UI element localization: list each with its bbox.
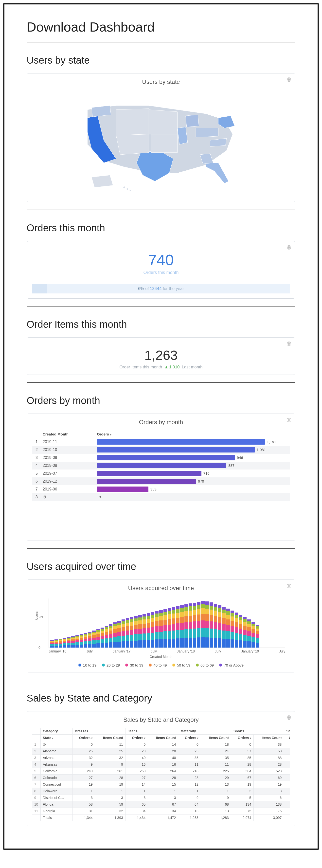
chart-bar[interactable] xyxy=(84,633,87,648)
table-row[interactable]: 9District of C…33339956 xyxy=(32,794,290,801)
chart-bar[interactable] xyxy=(130,617,133,648)
col-orders[interactable]: Orders xyxy=(94,430,290,438)
legend-item[interactable]: 20 to 29 xyxy=(102,663,120,667)
chart-bar[interactable] xyxy=(105,626,108,648)
chart-bar[interactable] xyxy=(180,605,184,648)
chart-bar[interactable] xyxy=(151,612,154,648)
chart-bar[interactable] xyxy=(159,610,163,648)
globe-icon[interactable] xyxy=(286,245,292,250)
legend-item[interactable]: 10 to 19 xyxy=(78,663,96,667)
col-dresses[interactable]: Dresses xyxy=(72,728,125,734)
legend-item[interactable]: 60 to 69 xyxy=(196,663,214,667)
table-row[interactable]: 11Georgia3132343413137576 xyxy=(32,808,290,814)
chart-bar[interactable] xyxy=(197,602,200,648)
chart-bar[interactable] xyxy=(222,607,226,648)
col-orders-partial[interactable]: Or xyxy=(284,734,290,741)
chart-bar[interactable] xyxy=(189,603,192,648)
chart-bar[interactable] xyxy=(226,609,230,648)
chart-bar[interactable] xyxy=(138,615,142,648)
chart-bar[interactable] xyxy=(239,615,243,648)
chart-bar[interactable] xyxy=(210,602,213,648)
chart-bar[interactable] xyxy=(79,634,83,648)
table-row[interactable]: 5California249261260264218225504523 xyxy=(32,768,290,774)
chart-bar[interactable] xyxy=(256,625,259,648)
chart-bar[interactable] xyxy=(172,607,175,648)
col-jeans[interactable]: Jeans xyxy=(125,728,178,734)
chart-bar[interactable] xyxy=(230,611,234,648)
chart-bar[interactable] xyxy=(247,619,251,648)
legend-item[interactable]: 30 to 39 xyxy=(125,663,143,667)
chart-bar[interactable] xyxy=(185,604,188,648)
chart-bar[interactable] xyxy=(243,617,247,648)
globe-icon[interactable] xyxy=(286,417,292,423)
table-row[interactable]: 62019-12679 xyxy=(32,477,290,485)
table-row[interactable]: 4Arkansas99161611112828 xyxy=(32,761,290,768)
chart-bar[interactable] xyxy=(59,639,62,648)
table-row[interactable]: 12019-111,151 xyxy=(32,438,290,446)
globe-icon[interactable] xyxy=(286,341,292,346)
table-row[interactable]: 52019-07716 xyxy=(32,469,290,477)
table-row[interactable]: 22019-101,081 xyxy=(32,446,290,454)
chart-bar[interactable] xyxy=(163,609,167,648)
table-row[interactable]: 2Alabama2525202023245760 xyxy=(32,748,290,754)
globe-icon[interactable] xyxy=(286,77,292,82)
table-row[interactable]: 6Colorado2728272828296769 xyxy=(32,774,290,781)
col-orders[interactable]: Orders xyxy=(178,734,201,741)
table-row[interactable]: 7Connecticut1919141512131919 xyxy=(32,781,290,787)
table-row[interactable]: 10Florida585965676468134138 xyxy=(32,801,290,808)
chart-bar[interactable] xyxy=(235,613,238,648)
chart-bar[interactable] xyxy=(113,622,117,648)
table-row[interactable]: 8∅0 xyxy=(32,493,290,501)
col-maternity[interactable]: Maternity xyxy=(178,728,231,734)
chart-bar[interactable] xyxy=(147,613,150,648)
chart-bar[interactable] xyxy=(214,603,217,648)
col-items-count[interactable]: Items Count xyxy=(148,734,178,741)
chart-bar[interactable] xyxy=(109,624,112,648)
col-items-count[interactable]: Items Count xyxy=(254,734,284,741)
chart-bar[interactable] xyxy=(168,608,171,648)
chart-bar[interactable] xyxy=(96,629,100,648)
table-row[interactable]: 1∅011014018038 xyxy=(32,741,290,748)
chart-bar[interactable] xyxy=(71,636,75,648)
chart-bar[interactable] xyxy=(252,622,255,648)
legend-item[interactable]: 40 to 49 xyxy=(149,663,167,667)
col-items-count[interactable]: Items Count xyxy=(95,734,125,741)
col-orders[interactable]: Orders xyxy=(72,734,95,741)
chart-bar[interactable] xyxy=(63,638,66,648)
chart-bar[interactable] xyxy=(218,605,221,648)
chart-bar[interactable] xyxy=(205,601,209,648)
col-items-count[interactable]: Items Count xyxy=(201,734,231,741)
chart-bar[interactable] xyxy=(126,618,129,648)
col-state[interactable]: State xyxy=(40,734,72,741)
col-shorts[interactable]: Shorts xyxy=(231,728,284,734)
col-orders[interactable]: Orders xyxy=(231,734,254,741)
chart-bar[interactable] xyxy=(193,603,196,648)
chart-bar[interactable] xyxy=(101,627,104,648)
col-orders[interactable]: Orders xyxy=(125,734,148,741)
table-row[interactable]: 3Arizona3232404035358588 xyxy=(32,754,290,761)
table-row[interactable]: 32019-09946 xyxy=(32,454,290,462)
table-row[interactable]: 8Delaware11111133 xyxy=(32,787,290,794)
chart-bar[interactable] xyxy=(92,630,96,648)
chart-bar[interactable] xyxy=(142,614,146,648)
col-created-month[interactable]: Created Month xyxy=(40,430,94,438)
legend-item[interactable]: 50 to 59 xyxy=(172,663,190,667)
table-row[interactable]: 72019-06353 xyxy=(32,485,290,493)
chart-bar[interactable] xyxy=(134,616,137,648)
chart-bar[interactable] xyxy=(55,640,58,647)
chart-bar[interactable] xyxy=(201,601,205,648)
chart-bar[interactable] xyxy=(50,640,54,648)
orders-this-month-value[interactable]: 740 xyxy=(32,251,290,269)
col-socks-partial[interactable]: So xyxy=(284,728,290,734)
chart-bar[interactable] xyxy=(155,611,159,648)
sales-by-state-table[interactable]: Category Dresses Jeans Maternity Shorts … xyxy=(32,728,290,821)
globe-icon[interactable] xyxy=(286,583,292,589)
chart-bar[interactable] xyxy=(176,606,180,648)
order-items-value[interactable]: 1,263 xyxy=(32,347,290,363)
table-row[interactable]: 42019-08887 xyxy=(32,462,290,469)
chart-bar[interactable] xyxy=(88,632,92,648)
globe-icon[interactable] xyxy=(286,715,292,720)
chart-bar[interactable] xyxy=(122,619,125,648)
chart-bar[interactable] xyxy=(75,635,79,648)
legend-item[interactable]: 70 or Above xyxy=(219,663,244,667)
